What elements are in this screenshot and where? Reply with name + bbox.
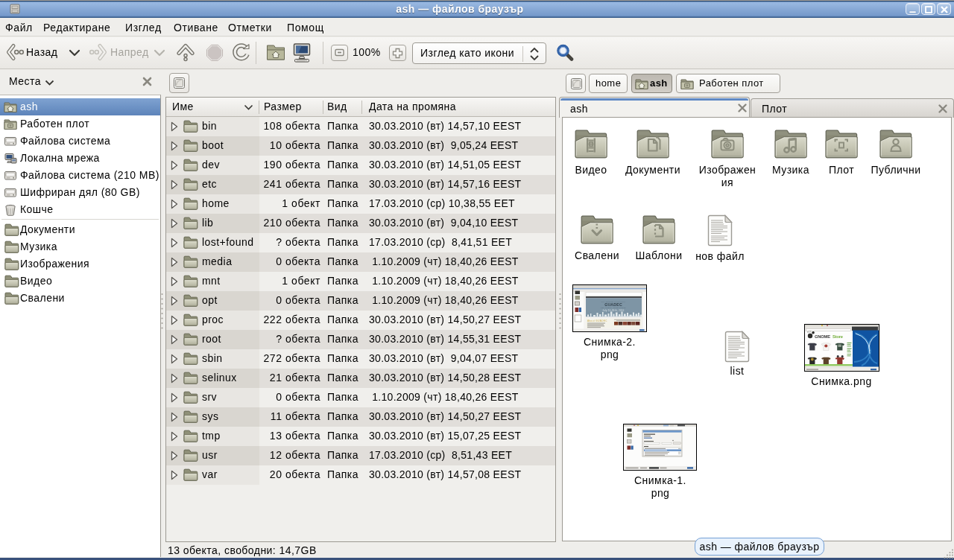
svg-text:About GUADEC: About GUADEC [587,319,607,322]
svg-text:GUADEC: GUADEC [604,302,622,307]
svg-text:Store: Store [833,334,844,339]
svg-text:e17: e17 [807,331,812,334]
svg-text:July 24-30th, 2010: July 24-30th, 2010 [602,309,625,312]
svg-text:GNOME: GNOME [815,334,830,339]
